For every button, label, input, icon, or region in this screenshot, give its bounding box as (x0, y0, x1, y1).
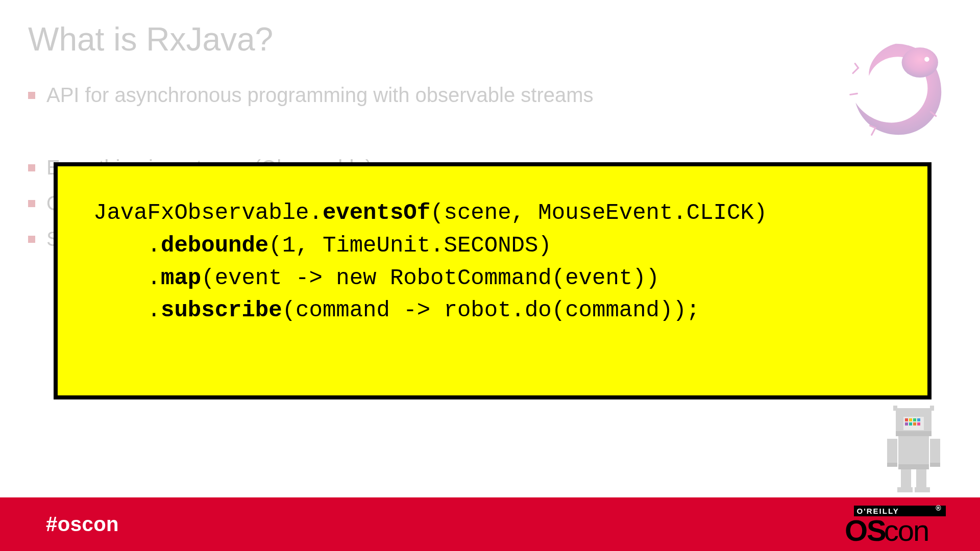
svg-rect-22 (909, 422, 912, 425)
footer-bar: #oscon (0, 497, 980, 551)
svg-rect-23 (913, 422, 916, 425)
svg-rect-10 (897, 487, 913, 492)
bullet-item: API for asynchronous programming with ob… (28, 82, 919, 108)
svg-rect-4 (930, 406, 934, 411)
slide-title: What is RxJava? (28, 20, 273, 58)
code-method: map (161, 265, 201, 291)
bullet-square-icon (28, 92, 35, 99)
svg-rect-15 (930, 463, 940, 467)
bullet-square-icon (28, 164, 35, 171)
bullet-square-icon (28, 236, 35, 243)
code-method: subscribe (161, 297, 282, 323)
svg-point-0 (902, 47, 938, 78)
svg-rect-9 (916, 469, 926, 490)
code-text: JavaFxObservable. (93, 200, 323, 226)
publisher-text: O'REILLY (857, 507, 899, 515)
svg-rect-20 (917, 418, 920, 421)
registered-mark-icon: ® (936, 504, 942, 512)
svg-rect-11 (915, 487, 930, 492)
code-text: (event -> new RobotCommand(event)) (201, 265, 659, 291)
hashtag: #oscon (46, 513, 119, 536)
svg-rect-14 (887, 463, 897, 467)
svg-text:OScon: OScon (845, 516, 928, 547)
svg-rect-8 (901, 469, 911, 490)
reactivex-logo-icon (842, 36, 949, 143)
code-box: JavaFxObservable.eventsOf(scene, MouseEv… (54, 162, 932, 399)
svg-rect-3 (893, 406, 897, 411)
bullet-text: API for asynchronous programming with ob… (46, 82, 919, 108)
svg-rect-24 (917, 422, 920, 425)
code-text: . (93, 297, 161, 323)
svg-rect-19 (913, 418, 916, 421)
svg-rect-7 (930, 439, 940, 467)
oscon-logo: O'REILLY® OScon (845, 506, 954, 547)
conference-name: OScon (845, 516, 954, 547)
code-text: (scene, MouseEvent.CLICK) (430, 200, 767, 226)
svg-rect-21 (905, 422, 908, 425)
svg-rect-17 (905, 418, 908, 421)
code-text: (1, TimeUnit.SECONDS) (268, 233, 552, 258)
code-method: eventsOf (323, 200, 430, 226)
oreilly-label: O'REILLY® (854, 506, 946, 516)
svg-point-1 (924, 57, 929, 61)
pixel-robot-icon (878, 406, 949, 492)
code-block: JavaFxObservable.eventsOf(scene, MouseEv… (58, 166, 927, 327)
svg-rect-13 (898, 464, 929, 469)
svg-rect-18 (909, 418, 912, 421)
bullet-square-icon (28, 200, 35, 207)
code-text: . (93, 265, 161, 291)
code-method: debounde (161, 233, 268, 258)
code-text: . (93, 233, 161, 258)
svg-rect-12 (896, 431, 932, 436)
slide: What is RxJava? API for asynchronous pro… (0, 0, 980, 551)
code-text: (command -> robot.do(command)); (282, 297, 700, 323)
svg-rect-6 (887, 439, 897, 467)
